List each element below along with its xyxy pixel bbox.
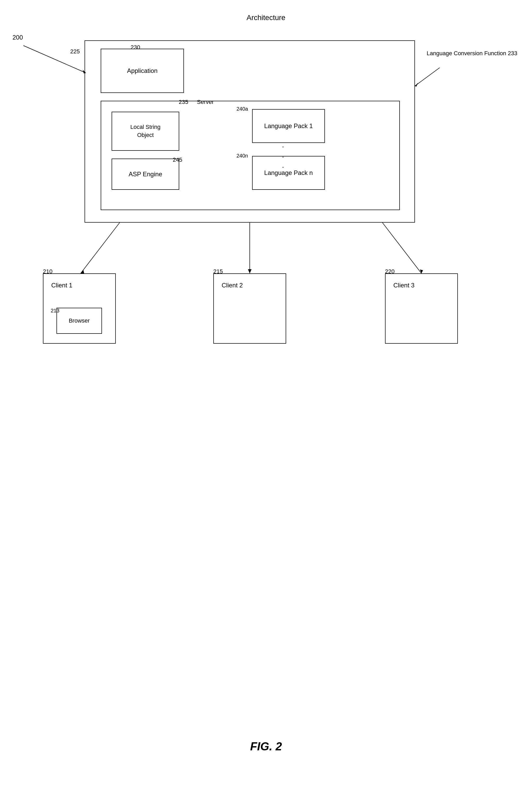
label-225: 225 xyxy=(70,48,80,55)
svg-marker-9 xyxy=(420,270,423,273)
client-1-text: Client 1 xyxy=(51,282,72,289)
client-3-box: Client 3 xyxy=(385,273,458,344)
label-245: 245 xyxy=(173,156,182,163)
svg-line-2 xyxy=(415,68,440,86)
lang-pack-n-box: Language Pack n xyxy=(252,156,325,190)
label-240n: 240n xyxy=(236,153,248,159)
lang-conversion-label: Language Conversion Function 233 xyxy=(426,50,517,57)
asp-engine-box: ASP Engine xyxy=(112,159,179,190)
svg-marker-3 xyxy=(415,83,418,87)
label-235: 235 xyxy=(179,99,188,106)
server-label: Server xyxy=(197,99,214,106)
client-3-text: Client 3 xyxy=(393,282,414,289)
fig-label: FIG. 2 xyxy=(250,740,282,753)
application-text: Application xyxy=(127,67,157,74)
svg-line-4 xyxy=(81,223,120,273)
label-215: 215 xyxy=(213,268,223,275)
svg-marker-7 xyxy=(248,269,251,273)
asp-engine-text: ASP Engine xyxy=(129,170,162,178)
browser-text: Browser xyxy=(69,317,90,324)
server-box: Application Local StringObject ASP Engin… xyxy=(84,40,415,223)
label-230: 230 xyxy=(131,44,140,51)
lang-pack-1-box: Language Pack 1 xyxy=(252,109,325,143)
application-box: Application xyxy=(101,49,184,93)
local-string-object-text: Local StringObject xyxy=(130,123,160,139)
server-inner-box: Local StringObject ASP Engine Language P… xyxy=(101,101,400,210)
label-240a: 240a xyxy=(236,106,248,112)
client-2-box: Client 2 xyxy=(213,273,286,344)
lang-pack-n-text: Language Pack n xyxy=(264,169,313,177)
label-210: 210 xyxy=(43,268,53,275)
svg-line-8 xyxy=(382,223,421,273)
local-string-object-box: Local StringObject xyxy=(112,112,179,151)
client-1-box: Client 1 Browser 213 xyxy=(43,273,116,344)
browser-box: Browser xyxy=(56,308,102,334)
dots-separator: ... xyxy=(282,140,285,170)
lang-pack-1-text: Language Pack 1 xyxy=(264,122,313,130)
label-200: 200 xyxy=(13,34,23,41)
label-220: 220 xyxy=(385,268,395,275)
client-2-text: Client 2 xyxy=(222,282,243,289)
label-213: 213 xyxy=(51,308,59,314)
page-title: Architecture xyxy=(247,14,285,22)
